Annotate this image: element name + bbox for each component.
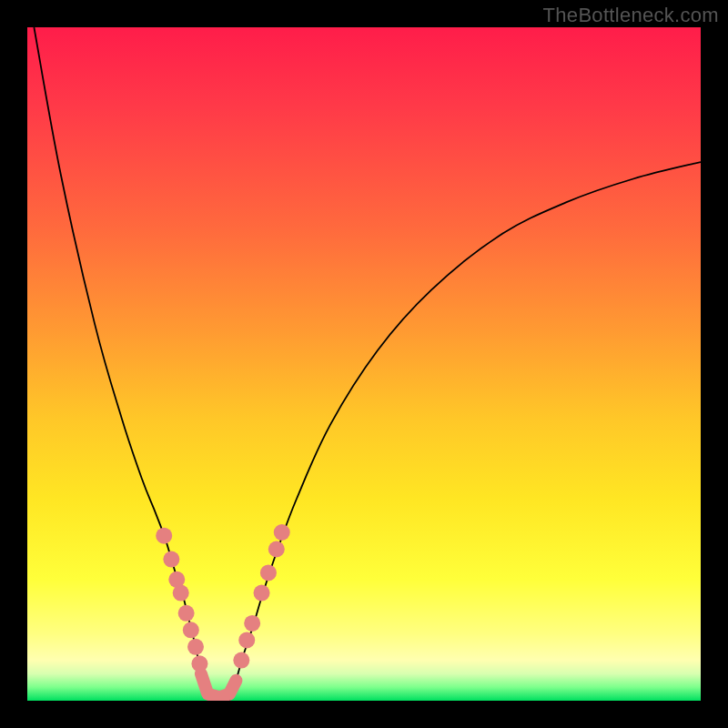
curves-svg <box>27 27 701 701</box>
marker-dot <box>183 622 199 638</box>
marker-dot <box>191 655 207 672</box>
marker-dot <box>187 639 204 655</box>
marker-dot <box>254 585 270 602</box>
watermark-text: TheBottleneck.com <box>543 4 719 27</box>
marker-dot <box>173 585 189 602</box>
marker-dot <box>244 615 260 632</box>
right-curve <box>229 162 701 701</box>
marker-dots <box>156 524 290 672</box>
chart-frame: TheBottleneck.com <box>0 0 728 728</box>
marker-dot <box>233 652 249 669</box>
marker-dot <box>260 564 277 581</box>
marker-dot <box>178 605 195 622</box>
plot-area <box>27 27 701 701</box>
marker-dot <box>274 524 290 541</box>
marker-dot <box>163 551 179 568</box>
marker-dot <box>238 632 255 648</box>
elbow-marker <box>201 673 236 697</box>
marker-dot <box>156 528 172 544</box>
marker-dot <box>268 541 285 558</box>
